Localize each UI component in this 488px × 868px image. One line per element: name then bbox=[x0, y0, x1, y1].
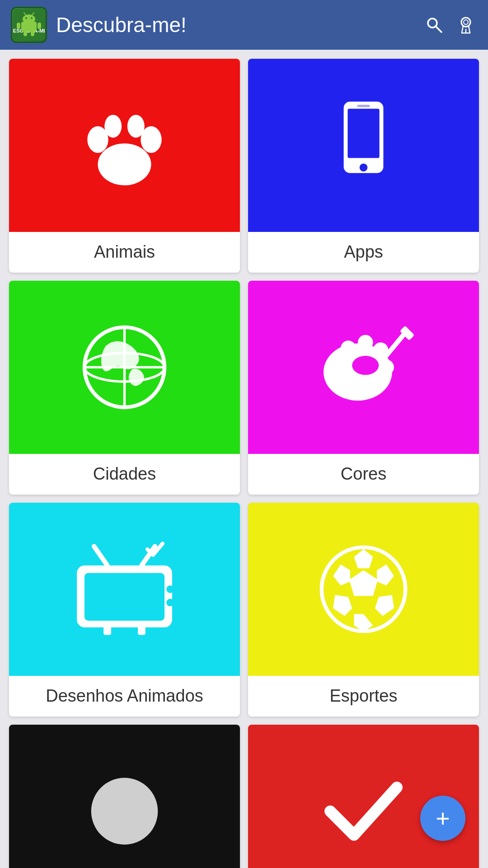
extra1-icon bbox=[61, 764, 188, 859]
esportes-label: Esportes bbox=[248, 676, 479, 717]
svg-point-28 bbox=[360, 164, 368, 172]
search-icon bbox=[425, 16, 443, 34]
tv-icon bbox=[61, 542, 188, 637]
phone-icon bbox=[300, 98, 427, 193]
svg-line-16 bbox=[462, 26, 463, 33]
svg-point-39 bbox=[379, 360, 394, 375]
svg-marker-57 bbox=[333, 565, 350, 585]
category-card-animais[interactable]: Animais bbox=[9, 59, 240, 273]
globe-icon bbox=[61, 320, 188, 415]
header-actions bbox=[423, 14, 477, 36]
category-card-cidades[interactable]: Cidades bbox=[9, 281, 240, 495]
svg-point-23 bbox=[104, 115, 122, 138]
soccer-icon bbox=[300, 542, 427, 637]
svg-point-49 bbox=[166, 599, 174, 606]
svg-marker-51 bbox=[349, 570, 378, 596]
svg-point-5 bbox=[31, 17, 33, 19]
settings-button[interactable] bbox=[455, 14, 477, 36]
svg-rect-27 bbox=[357, 105, 370, 107]
extra1-icon-area bbox=[9, 725, 240, 868]
svg-rect-8 bbox=[17, 23, 20, 29]
app-header: DESCUBRA-ME! Descubra-me! bbox=[0, 0, 488, 50]
svg-rect-46 bbox=[103, 625, 111, 635]
svg-rect-43 bbox=[84, 573, 164, 620]
app-title: Descubra-me! bbox=[56, 13, 414, 37]
category-grid: Animais Apps Cid bbox=[0, 50, 488, 868]
app-logo: DESCUBRA-ME! bbox=[11, 7, 47, 43]
svg-point-20 bbox=[98, 143, 151, 185]
check-icon bbox=[300, 764, 427, 859]
category-card-apps[interactable]: Apps bbox=[248, 59, 479, 273]
add-fab-button[interactable]: + bbox=[420, 796, 465, 841]
category-card-esportes[interactable]: Esportes bbox=[248, 503, 479, 717]
desenhos-icon-area bbox=[9, 503, 240, 676]
cidades-icon-area bbox=[9, 281, 240, 454]
animais-label: Animais bbox=[9, 232, 240, 273]
svg-line-44 bbox=[94, 546, 108, 565]
badge-icon bbox=[457, 16, 475, 34]
search-button[interactable] bbox=[423, 14, 446, 36]
svg-point-58 bbox=[91, 778, 158, 844]
apps-icon-area bbox=[248, 59, 479, 232]
svg-point-36 bbox=[341, 340, 356, 356]
apps-label: Apps bbox=[248, 232, 479, 273]
svg-marker-55 bbox=[354, 614, 373, 631]
palette-icon bbox=[300, 320, 427, 415]
svg-marker-52 bbox=[354, 549, 373, 568]
svg-point-48 bbox=[166, 585, 174, 593]
svg-rect-26 bbox=[347, 109, 379, 158]
paw-icon bbox=[61, 98, 188, 193]
cidades-label: Cidades bbox=[9, 454, 240, 495]
svg-line-17 bbox=[469, 26, 470, 33]
svg-rect-9 bbox=[38, 23, 41, 29]
svg-point-4 bbox=[25, 17, 27, 19]
category-card-desenhos[interactable]: Desenhos Animados bbox=[9, 503, 240, 717]
cores-icon-area bbox=[248, 281, 479, 454]
desenhos-label: Desenhos Animados bbox=[9, 676, 240, 717]
svg-point-34 bbox=[352, 356, 379, 375]
svg-point-35 bbox=[329, 354, 345, 369]
cores-label: Cores bbox=[248, 454, 479, 495]
svg-line-40 bbox=[385, 335, 404, 358]
svg-point-37 bbox=[358, 335, 373, 350]
category-card-cores[interactable]: Cores bbox=[248, 281, 479, 495]
svg-point-24 bbox=[127, 115, 145, 138]
logo-image: DESCUBRA-ME! bbox=[13, 9, 45, 41]
animais-icon-area bbox=[9, 59, 240, 232]
svg-marker-56 bbox=[333, 595, 352, 616]
svg-line-13 bbox=[436, 26, 441, 32]
svg-marker-54 bbox=[375, 595, 394, 616]
svg-rect-10 bbox=[23, 31, 27, 36]
svg-rect-11 bbox=[31, 31, 34, 36]
svg-point-3 bbox=[23, 14, 35, 24]
svg-point-15 bbox=[464, 20, 468, 24]
svg-rect-47 bbox=[138, 625, 145, 635]
esportes-icon-area bbox=[248, 503, 479, 676]
svg-marker-53 bbox=[377, 565, 394, 585]
category-card-extra1[interactable] bbox=[9, 725, 240, 868]
svg-point-14 bbox=[461, 18, 470, 27]
